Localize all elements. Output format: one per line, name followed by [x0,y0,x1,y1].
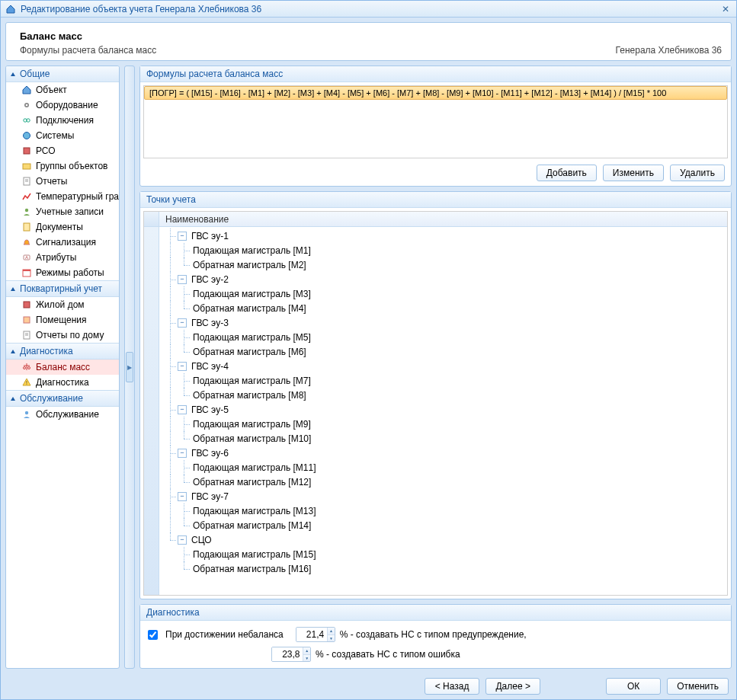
sidebar-item[interactable]: Помещения [6,312,119,328]
formula-row[interactable]: [ПОГР] = ( [M15] - [M16] - [M1] + [M2] -… [144,86,727,100]
tree-leaf[interactable]: Обратная магистраль [M16] [159,561,727,576]
unbalance-checkbox[interactable] [148,630,158,640]
sidebar-item[interactable]: AАтрибуты [6,250,119,265]
sidebar-item[interactable]: Документы [6,219,119,235]
tree-leaf[interactable]: Обратная магистраль [M6] [159,344,727,359]
tree-leaf[interactable]: Подающая магистраль [M15] [159,547,727,561]
nav-group-head[interactable]: Диагностика [6,343,119,360]
tree-node[interactable]: −СЦО [159,532,727,547]
minus-icon[interactable]: − [178,232,187,241]
user-icon [21,206,32,217]
tree-node-label: ГВС эу-7 [190,491,229,502]
minus-icon[interactable]: − [178,535,187,545]
error-value-input[interactable] [272,647,303,661]
link-icon [21,115,32,126]
sidebar-item-label: Учетные записи [36,206,104,217]
sidebar-item-label: Сигнализация [36,237,96,248]
nav-group-label: Общие [20,69,50,79]
minus-icon[interactable]: − [178,492,187,501]
tree-leaf[interactable]: Обратная магистраль [M8] [159,388,727,402]
sidebar-item[interactable]: Сигнализация [6,235,119,250]
tree-leaf[interactable]: Обратная магистраль [M12] [159,475,727,489]
sidebar-item[interactable]: Объект [6,82,119,97]
sidebar-item[interactable]: Обслуживание [6,407,119,422]
sidebar-item[interactable]: Учетные записи [6,204,119,219]
tree-leaf[interactable]: Обратная магистраль [M4] [159,301,727,315]
tree-leaf[interactable]: Подающая магистраль [M11] [159,460,727,475]
tree-body[interactable]: −ГВС эу-1Подающая магистраль [M1]Обратна… [144,227,727,595]
chevron-up-icon [11,287,15,291]
cancel-button[interactable]: Отменить [667,678,729,695]
points-panel-title: Точки учета [140,192,731,208]
tree-node[interactable]: −ГВС эу-7 [159,489,727,503]
chevron-up-icon [11,72,15,76]
nav-group-head[interactable]: Обслуживание [6,390,119,407]
nav-group-head[interactable]: Поквартирный учет [6,280,119,297]
sidebar-item[interactable]: !Диагностика [6,375,119,390]
tree-leaf-label: Подающая магистраль [M11] [191,462,316,473]
tree-leaf[interactable]: Обратная магистраль [M2] [159,257,727,272]
tree-node[interactable]: −ГВС эу-2 [159,272,727,286]
sidebar-item-label: Подключения [36,115,94,126]
splitter[interactable]: ▶ [124,66,135,669]
add-button[interactable]: Добавить [537,165,597,181]
warning-spinbox[interactable]: ▲ ▼ [296,627,335,642]
tree-leaf[interactable]: Обратная магистраль [M10] [159,431,727,446]
sidebar-item[interactable]: Подключения [6,113,119,128]
minus-icon[interactable]: − [178,318,187,328]
splitter-handle-icon[interactable]: ▶ [126,352,133,382]
tree-node[interactable]: −ГВС эу-3 [159,315,727,330]
calendar-icon [21,267,32,278]
chevron-up-icon [11,397,15,401]
sidebar-item[interactable]: Жилой дом [6,297,119,312]
delete-button[interactable]: Удалить [670,165,725,181]
tag-icon: A [21,252,32,263]
next-button[interactable]: Далее > [485,678,540,695]
back-button[interactable]: < Назад [425,678,479,695]
sidebar-item-label: Объект [36,85,67,95]
spin-down-icon[interactable]: ▼ [303,655,310,662]
minus-icon[interactable]: − [178,405,187,414]
tree-header-corner [144,212,159,226]
close-icon[interactable]: ✕ [719,4,732,14]
formula-list[interactable]: [ПОГР] = ( [M15] - [M16] - [M1] + [M2] -… [143,85,728,158]
spin-down-icon[interactable]: ▼ [328,635,335,642]
house-icon [21,85,32,95]
unbalance-label[interactable]: При достижении небаланса [165,629,284,640]
sidebar-item[interactable]: Режимы работы [6,265,119,280]
tree-node[interactable]: −ГВС эу-4 [159,359,727,373]
tree-node[interactable]: −ГВС эу-1 [159,229,727,243]
tree-leaf[interactable]: Подающая магистраль [M1] [159,243,727,257]
sidebar-item[interactable]: Баланс масс [6,360,119,375]
tree-leaf-label: Обратная магистраль [M8] [191,390,306,401]
tree-leaf[interactable]: Подающая магистраль [M13] [159,503,727,518]
sidebar-item[interactable]: Системы [6,128,119,143]
tree-leaf[interactable]: Подающая магистраль [M5] [159,330,727,344]
sidebar-item[interactable]: Отчеты по дому [6,328,119,343]
minus-icon[interactable]: − [178,449,187,458]
tree-node[interactable]: −ГВС эу-6 [159,446,727,460]
svg-point-26 [25,411,28,414]
sidebar-item-label: Оборудование [36,100,98,110]
error-spinbox[interactable]: ▲ ▼ [271,647,311,662]
warning-suffix: % - создавать НС с типом предупреждение, [340,629,527,640]
minus-icon[interactable]: − [178,275,187,284]
minus-icon[interactable]: − [178,362,187,371]
tree-leaf-label: Подающая магистраль [M7] [191,376,311,386]
warning-value-input[interactable] [296,628,327,641]
sidebar-item[interactable]: Температурный график [6,189,119,204]
edit-button[interactable]: Изменить [603,165,664,181]
tree-leaf[interactable]: Подающая магистраль [M7] [159,373,727,388]
sidebar-item[interactable]: Группы объектов [6,158,119,174]
ok-button[interactable]: ОК [606,678,661,695]
sidebar-item[interactable]: РСО [6,143,119,158]
tree-leaf[interactable]: Подающая магистраль [M3] [159,286,727,301]
spin-up-icon[interactable]: ▲ [303,647,310,655]
nav-group-head[interactable]: Общие [6,66,119,82]
spin-up-icon[interactable]: ▲ [328,628,335,635]
tree-leaf[interactable]: Обратная магистраль [M14] [159,518,727,532]
sidebar-item[interactable]: Оборудование [6,97,119,113]
sidebar-item[interactable]: Отчеты [6,174,119,189]
tree-leaf[interactable]: Подающая магистраль [M9] [159,417,727,431]
tree-node[interactable]: −ГВС эу-5 [159,402,727,417]
